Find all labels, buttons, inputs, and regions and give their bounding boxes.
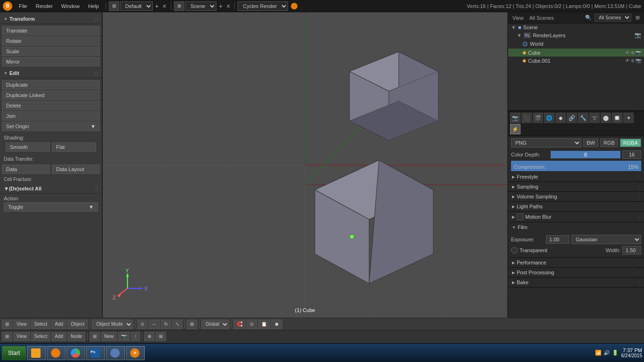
freestyle-header[interactable]: ▶ Freestyle ::	[508, 172, 644, 181]
motion-blur-header[interactable]: ▶ Motion Blur ::	[508, 212, 644, 222]
node-editor-type-btn[interactable]: ⊞	[2, 332, 12, 341]
bake-header[interactable]: ▶ Bake ::	[508, 278, 644, 287]
vt-add-btn[interactable]: Add	[51, 320, 66, 329]
node-snap-btn[interactable]: ⊕	[144, 332, 155, 341]
vt-mode-select[interactable]: Object Mode	[92, 320, 133, 329]
scene-add-btn[interactable]: +	[217, 2, 224, 10]
prop-particles-btn[interactable]: ✦	[623, 113, 634, 123]
node-node-btn[interactable]: Node	[67, 332, 85, 341]
vt-manipulator-btn[interactable]: ⊞	[187, 320, 197, 329]
workspace-selector[interactable]: Default	[120, 1, 153, 11]
prop-constraint-btn[interactable]: 🔗	[567, 113, 577, 123]
taskbar-clock[interactable]: 7:37 PM 6/24/2015	[621, 347, 643, 358]
prop-scene-btn[interactable]: 🎬	[533, 113, 543, 123]
taskbar-app-photoshop[interactable]: Ps	[86, 346, 105, 360]
taskbar-app-chrome[interactable]	[66, 346, 85, 360]
outliner-item-renderlayers[interactable]: ▼ RL RenderLayers 📷	[508, 31, 644, 39]
format-select[interactable]: PNG	[511, 138, 581, 148]
mirror-btn[interactable]: Mirror	[2, 57, 100, 66]
vt-proportional-btn[interactable]: ⊙	[247, 320, 257, 329]
flat-btn[interactable]: Flat	[52, 142, 96, 152]
film-header[interactable]: ▼ Film	[508, 222, 644, 232]
editor-type-btn-left[interactable]: ⊞	[109, 1, 119, 11]
duplicate-linked-btn[interactable]: Duplicate Linked	[2, 90, 100, 100]
rgba-btn[interactable]: RGBA	[620, 139, 641, 147]
cube-cursor-btn[interactable]: ⊕	[631, 50, 635, 55]
volume-sampling-header[interactable]: ▶ Volume Sampling ::	[508, 192, 644, 201]
node-new-btn[interactable]: New	[101, 332, 117, 341]
smooth-btn[interactable]: Smooth	[6, 142, 50, 152]
set-origin-btn[interactable]: Set Origin ▼	[2, 122, 100, 131]
prop-camera-btn[interactable]: 📷	[510, 113, 520, 123]
outliner-item-world[interactable]: ⊙ World	[508, 39, 644, 49]
color-depth-16[interactable]: 16	[622, 150, 641, 159]
taskbar-app-firefox[interactable]	[47, 346, 66, 360]
edit-section-header[interactable]: ▼ Edit ::	[0, 68, 102, 78]
vt-record-btn[interactable]: ⏺	[271, 320, 282, 329]
vt-view-btn[interactable]: View	[13, 320, 30, 329]
cube001-eye-btn[interactable]: 👁	[625, 58, 630, 63]
editor-type-btn-scene[interactable]: ⊞	[174, 1, 184, 11]
prop-render-btn[interactable]: ⬛	[521, 113, 532, 123]
prop-texture-btn[interactable]: 🔲	[612, 113, 622, 123]
translate-btn[interactable]: Translate	[2, 26, 100, 35]
color-depth-8[interactable]: 8	[551, 151, 620, 158]
outliner-scenes-select[interactable]: All Scenes	[594, 14, 631, 22]
node-add-btn[interactable]: Add	[51, 332, 66, 341]
menu-help[interactable]: Help	[84, 2, 103, 10]
vt-global-snap-btn[interactable]: ⊙	[137, 320, 148, 329]
sampling-header[interactable]: ▶ Sampling ::	[508, 182, 644, 191]
vt-rotate-btn[interactable]: ↻	[161, 320, 171, 329]
rl-camera-btn[interactable]: 📷	[635, 32, 641, 38]
compression-bar[interactable]: Compression: 15%	[511, 161, 641, 171]
viewport[interactable]: User Ortho +	[103, 12, 507, 318]
prop-object-btn[interactable]: ◆	[555, 113, 566, 123]
mb-checkbox[interactable]	[517, 214, 523, 220]
deselect-header[interactable]: ▼ (De)select All ::	[0, 184, 102, 194]
performance-header[interactable]: ▶ Performance ::	[508, 258, 644, 267]
light-paths-header[interactable]: ▶ Light Paths ::	[508, 202, 644, 211]
render-engine-selector[interactable]: Cycles Render	[238, 1, 288, 11]
menu-file[interactable]: File	[15, 2, 31, 10]
vt-transform-btn[interactable]: ↔	[149, 320, 160, 329]
width-input[interactable]	[622, 246, 641, 255]
node-select-btn[interactable]: Select	[31, 332, 51, 341]
cube001-render-btn[interactable]: 📷	[636, 58, 641, 63]
data-btn[interactable]: Data	[2, 165, 50, 174]
scene-selector[interactable]: Scene	[185, 1, 216, 11]
node-up-btn[interactable]: ↑	[131, 332, 140, 341]
prop-material-btn[interactable]: ⬤	[601, 113, 611, 123]
taskbar-app-thunderbird[interactable]	[106, 346, 125, 360]
transform-section-header[interactable]: ▼ Transform ::	[0, 14, 102, 24]
vt-select-btn[interactable]: Select	[31, 320, 51, 329]
toggle-btn[interactable]: Toggle ▼	[4, 202, 98, 212]
vt-pivot-select[interactable]: Global	[201, 320, 229, 329]
pp-header[interactable]: ▶ Post Processing ::	[508, 268, 644, 277]
outliner-item-cube001[interactable]: ◆ Cube.001 👁 ⊕ 📷	[508, 57, 644, 65]
node-icons-btn[interactable]: ⊞	[90, 332, 100, 341]
outliner-view-btn[interactable]: View	[511, 15, 525, 21]
transparent-checkbox[interactable]	[511, 247, 518, 254]
outliner-search-btn[interactable]: All Scenes	[528, 15, 555, 21]
cube-eye-btn[interactable]: 👁	[625, 50, 630, 55]
taskbar-app-blender[interactable]: B	[126, 346, 145, 360]
prop-physics-btn[interactable]: ⚡	[510, 124, 520, 134]
scene-remove-btn[interactable]: ×	[225, 2, 231, 10]
workspace-remove-btn[interactable]: ×	[161, 2, 168, 10]
vt-clipboard-btn[interactable]: 📋	[258, 320, 270, 329]
prop-world-btn[interactable]: 🌐	[544, 113, 554, 123]
rotate-btn[interactable]: Rotate	[2, 36, 100, 46]
exposure-input[interactable]	[546, 235, 570, 244]
node-grid-btn[interactable]: ⊞	[156, 332, 166, 341]
vt-snap-btn[interactable]: 🧲	[233, 320, 246, 329]
duplicate-btn[interactable]: Duplicate	[2, 80, 100, 90]
workspace-add-btn[interactable]: +	[154, 2, 160, 10]
outliner-item-scene[interactable]: ▼ ■ Scene	[508, 24, 644, 31]
scale-btn[interactable]: Scale	[2, 47, 100, 56]
join-btn[interactable]: Join	[2, 111, 100, 121]
cube-render-btn[interactable]: 📷	[636, 50, 641, 55]
editor-type-vt-btn[interactable]: ⊞	[2, 320, 12, 329]
delete-btn[interactable]: Delete	[2, 101, 100, 110]
outliner-filter-btn[interactable]: ⊞	[634, 14, 641, 21]
start-button[interactable]: Start	[2, 346, 26, 360]
